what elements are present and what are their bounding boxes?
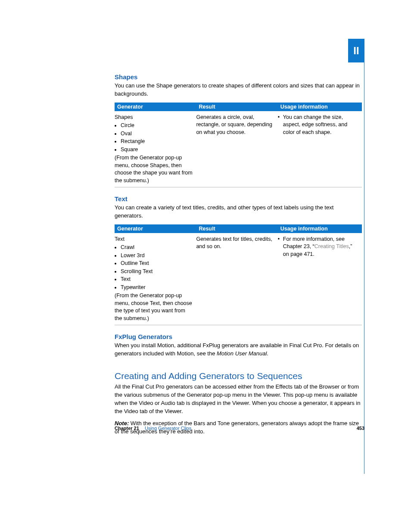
footer-chapter-label: Chapter 21: [115, 426, 139, 431]
table-shapes: Generator Result Usage information Shape…: [115, 103, 362, 188]
heading-creating: Creating and Adding Generators to Sequen…: [115, 371, 362, 381]
table-row: Shapes Circle Oval Rectangle Square (Fro…: [115, 111, 362, 187]
heading-shapes: Shapes: [115, 73, 362, 81]
td-generator: Text Crawl Lower 3rd Outline Text Scroll…: [115, 233, 196, 325]
td-generator: Shapes Circle Oval Rectangle Square (Fro…: [115, 111, 196, 187]
th-generator: Generator: [115, 224, 196, 233]
list-item: Circle: [121, 122, 193, 130]
page-footer: Chapter 21 Using Generator Clips 453: [115, 426, 364, 431]
heading-fxplug: FxPlug Generators: [115, 333, 362, 340]
usage-item: You can change the size, aspect, edge so…: [278, 114, 359, 137]
td-usage: You can change the size, aspect, edge so…: [278, 111, 362, 187]
intro-shapes: You can use the Shape generators to crea…: [115, 82, 362, 98]
list-item: Outline Text: [121, 260, 193, 268]
th-generator: Generator: [115, 103, 196, 111]
generator-title: Shapes: [115, 114, 133, 120]
fxplug-em: Motion User Manual: [217, 350, 267, 357]
list-item: Lower 3rd: [121, 252, 193, 260]
th-usage: Usage information: [278, 224, 362, 233]
th-usage: Usage information: [278, 103, 362, 111]
list-item: Rectangle: [121, 138, 193, 146]
footer-chapter-name: Using Generator Clips: [145, 426, 191, 431]
footer-left: Chapter 21 Using Generator Clips: [115, 426, 191, 431]
list-item: Scrolling Text: [121, 268, 193, 276]
generator-note: (From the Generator pop-up menu, choose …: [115, 155, 193, 184]
td-result: Generates a circle, oval, rectangle, or …: [196, 111, 277, 187]
part-tab: II: [348, 39, 364, 62]
list-item: Text: [121, 276, 193, 283]
list-item: Typewriter: [121, 284, 193, 292]
generator-title: Text: [115, 236, 125, 242]
list-item: Oval: [121, 130, 193, 138]
page-content: Shapes You can use the Shape generators …: [115, 73, 362, 436]
generator-list: Crawl Lower 3rd Outline Text Scrolling T…: [115, 244, 193, 291]
creating-p1: All the Final Cut Pro generators can be …: [115, 383, 362, 415]
heading-text: Text: [115, 195, 362, 202]
intro-text: You can create a variety of text titles,…: [115, 204, 362, 220]
th-result: Result: [196, 224, 277, 233]
side-rule: [364, 62, 364, 474]
footer-page-number: 453: [357, 426, 364, 431]
td-usage: For more information, see Chapter 23, “C…: [278, 233, 362, 325]
generator-note: (From the Generator pop-up menu, choose …: [115, 292, 192, 321]
table-text: Generator Result Usage information Text …: [115, 224, 362, 326]
page: II Shapes You can use the Shape generato…: [0, 0, 411, 474]
generator-list: Circle Oval Rectangle Square: [115, 122, 193, 153]
fxplug-post: .: [267, 350, 268, 357]
intro-fxplug: When you install Motion, additional FxPl…: [115, 342, 362, 358]
td-result: Generates text for titles, credits, and …: [196, 233, 277, 325]
table-row: Text Crawl Lower 3rd Outline Text Scroll…: [115, 233, 362, 325]
usage-item: For more information, see Chapter 23, “C…: [278, 236, 359, 258]
th-result: Result: [196, 103, 277, 111]
xref-link[interactable]: Creating Titles: [314, 243, 349, 249]
list-item: Square: [121, 146, 193, 154]
list-item: Crawl: [121, 244, 193, 252]
